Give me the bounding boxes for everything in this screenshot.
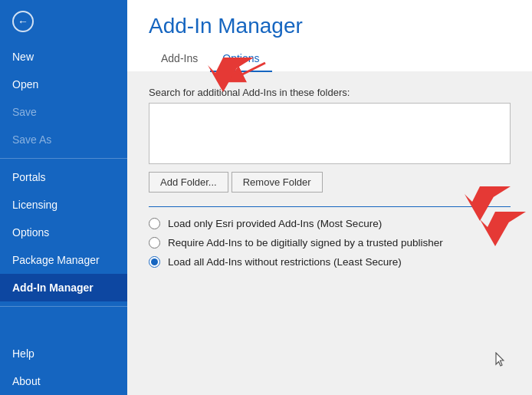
sidebar-item-open[interactable]: Open	[0, 71, 127, 98]
radio-least-secure[interactable]: Load all Add-Ins without restrictions (L…	[149, 256, 511, 268]
sidebar: ← New Open Save Save As Portals Licensin…	[0, 0, 127, 395]
radio-most-secure-input[interactable]	[149, 218, 160, 229]
add-folder-button[interactable]: Add Folder...	[149, 172, 228, 193]
tab-add-ins[interactable]: Add-Ins	[149, 46, 210, 72]
sidebar-divider-2	[0, 306, 127, 307]
sidebar-item-package-manager[interactable]: Package Manager	[0, 246, 127, 274]
tab-options[interactable]: Options	[210, 46, 271, 72]
folder-buttons: Add Folder... Remove Folder	[149, 172, 511, 193]
section-divider	[149, 206, 511, 207]
radio-least-secure-label: Load all Add-Ins without restrictions (L…	[168, 256, 402, 268]
folder-list-box[interactable]	[149, 103, 511, 164]
content-area: Search for additional Add-Ins in these f…	[127, 71, 532, 395]
sidebar-divider-1	[0, 158, 127, 159]
search-label: Search for additional Add-Ins in these f…	[149, 87, 511, 98]
radio-signed-label: Require Add-Ins to be digitially signed …	[168, 237, 443, 249]
back-button[interactable]: ←	[0, 0, 127, 43]
sidebar-item-new[interactable]: New	[0, 43, 127, 71]
page-title: Add-In Manager	[149, 14, 511, 38]
sidebar-item-help[interactable]: Help	[0, 340, 127, 367]
sidebar-item-portals[interactable]: Portals	[0, 163, 127, 191]
sidebar-item-save-as: Save As	[0, 126, 127, 153]
radio-signed-input[interactable]	[149, 237, 160, 249]
remove-folder-button[interactable]: Remove Folder	[232, 172, 323, 193]
main-content: Add-In Manager Add-Ins Options Search fo…	[127, 0, 532, 395]
radio-most-secure[interactable]: Load only Esri provided Add-Ins (Most Se…	[149, 218, 511, 229]
sidebar-item-about[interactable]: About	[0, 367, 127, 395]
radio-signed[interactable]: Require Add-Ins to be digitially signed …	[149, 237, 511, 249]
main-panel: Add-In Manager Add-Ins Options Search fo…	[127, 0, 532, 395]
radio-most-secure-label: Load only Esri provided Add-Ins (Most Se…	[168, 218, 382, 229]
radio-least-secure-input[interactable]	[149, 256, 160, 268]
sidebar-item-add-in-manager[interactable]: Add-In Manager	[0, 274, 127, 301]
sidebar-item-options[interactable]: Options	[0, 219, 127, 246]
sidebar-item-save: Save	[0, 98, 127, 126]
main-header: Add-In Manager Add-Ins Options	[127, 0, 532, 71]
tab-bar: Add-Ins Options	[149, 46, 511, 71]
sidebar-nav: New Open Save Save As Portals Licensing …	[0, 43, 127, 395]
security-radio-group: Load only Esri provided Add-Ins (Most Se…	[149, 218, 511, 268]
back-icon: ←	[12, 11, 34, 32]
sidebar-item-licensing[interactable]: Licensing	[0, 191, 127, 219]
